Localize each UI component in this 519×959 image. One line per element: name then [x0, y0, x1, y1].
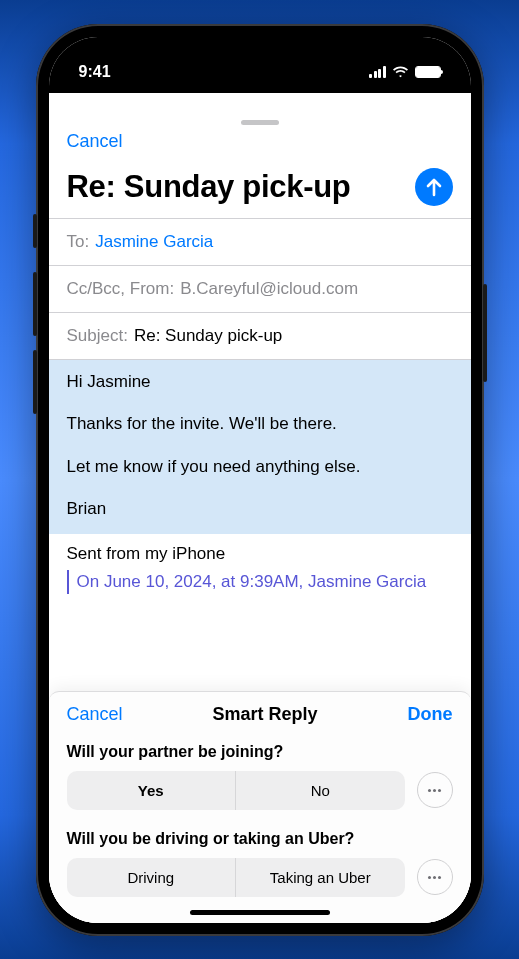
- ccbcc-from-field[interactable]: Cc/Bcc, From: B.Careyful@icloud.com: [49, 266, 471, 313]
- body-signoff: Brian: [67, 497, 453, 522]
- ccbcc-label: Cc/Bcc, From:: [67, 279, 175, 299]
- to-field[interactable]: To: Jasmine Garcia: [49, 218, 471, 266]
- to-label: To:: [67, 232, 90, 252]
- send-button[interactable]: [415, 168, 453, 206]
- smart-question: Will your partner be joining?: [67, 743, 453, 761]
- more-options-button[interactable]: [417, 772, 453, 808]
- to-value[interactable]: Jasmine Garcia: [95, 232, 213, 252]
- ellipsis-icon: [428, 789, 441, 792]
- battery-icon: [415, 66, 441, 78]
- home-indicator[interactable]: [190, 910, 330, 915]
- from-value: B.Careyful@icloud.com: [180, 279, 358, 299]
- email-body[interactable]: Hi Jasmine Thanks for the invite. We'll …: [49, 360, 471, 594]
- ellipsis-icon: [428, 876, 441, 879]
- subject-value: Re: Sunday pick-up: [134, 326, 282, 346]
- smart-option-no[interactable]: No: [235, 771, 405, 810]
- compose-cancel-button[interactable]: Cancel: [67, 131, 123, 152]
- smart-done-button[interactable]: Done: [407, 704, 452, 725]
- smart-option-yes[interactable]: Yes: [67, 771, 236, 810]
- arrow-up-icon: [425, 177, 443, 197]
- smart-reply-title: Smart Reply: [212, 704, 317, 725]
- cellular-signal-icon: [369, 66, 386, 78]
- smart-cancel-button[interactable]: Cancel: [67, 704, 123, 725]
- smart-reply-panel: Cancel Smart Reply Done Will your partne…: [49, 691, 471, 923]
- quote-header: On June 10, 2024, at 9:39AM, Jasmine Gar…: [67, 570, 453, 594]
- body-greeting: Hi Jasmine: [67, 370, 453, 395]
- body-line: Thanks for the invite. We'll be there.: [67, 412, 453, 437]
- dynamic-island: [200, 48, 320, 82]
- email-signature: Sent from my iPhone: [67, 544, 453, 564]
- status-time: 9:41: [79, 63, 111, 81]
- subject-label: Subject:: [67, 326, 128, 346]
- smart-option-uber[interactable]: Taking an Uber: [235, 858, 405, 897]
- body-line: Let me know if you need anything else.: [67, 455, 453, 480]
- wifi-icon: [392, 66, 409, 78]
- smart-option-driving[interactable]: Driving: [67, 858, 236, 897]
- sheet-grabber[interactable]: [241, 120, 279, 125]
- suggested-text-highlight: Hi Jasmine Thanks for the invite. We'll …: [49, 360, 471, 535]
- more-options-button[interactable]: [417, 859, 453, 895]
- subject-field[interactable]: Subject: Re: Sunday pick-up: [49, 313, 471, 360]
- compose-title: Re: Sunday pick-up: [67, 169, 351, 205]
- smart-question: Will you be driving or taking an Uber?: [67, 830, 453, 848]
